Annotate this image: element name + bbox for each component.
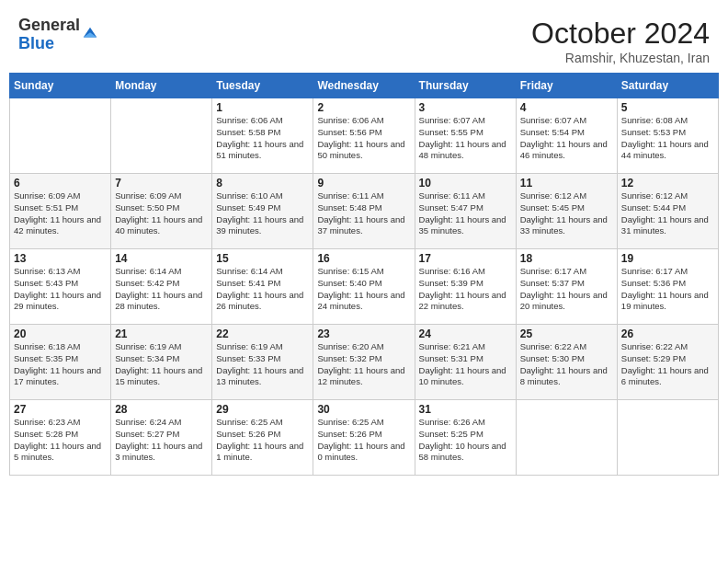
day-number: 26 — [621, 327, 714, 340]
day-number: 29 — [216, 403, 309, 416]
calendar-cell: 20Sunrise: 6:18 AM Sunset: 5:35 PM Dayli… — [10, 325, 111, 400]
calendar-cell — [10, 98, 111, 174]
day-info: Sunrise: 6:19 AM Sunset: 5:34 PM Dayligh… — [115, 341, 208, 388]
day-number: 10 — [419, 177, 512, 190]
day-number: 27 — [14, 403, 107, 416]
month-title: October 2024 — [531, 17, 710, 51]
day-info: Sunrise: 6:11 AM Sunset: 5:48 PM Dayligh… — [317, 190, 410, 237]
calendar-cell: 6Sunrise: 6:09 AM Sunset: 5:51 PM Daylig… — [10, 174, 111, 249]
day-number: 14 — [115, 252, 208, 265]
day-number: 17 — [419, 252, 512, 265]
day-info: Sunrise: 6:09 AM Sunset: 5:50 PM Dayligh… — [115, 190, 208, 237]
day-info: Sunrise: 6:19 AM Sunset: 5:33 PM Dayligh… — [216, 341, 309, 388]
calendar-cell: 22Sunrise: 6:19 AM Sunset: 5:33 PM Dayli… — [212, 325, 313, 400]
calendar-cell: 10Sunrise: 6:11 AM Sunset: 5:47 PM Dayli… — [415, 174, 516, 249]
logo-blue-text: Blue — [18, 35, 80, 53]
day-number: 6 — [14, 177, 107, 190]
calendar-cell: 11Sunrise: 6:12 AM Sunset: 5:45 PM Dayli… — [516, 174, 617, 249]
calendar-cell: 3Sunrise: 6:07 AM Sunset: 5:55 PM Daylig… — [415, 98, 516, 174]
calendar-week-5: 27Sunrise: 6:23 AM Sunset: 5:28 PM Dayli… — [10, 400, 719, 476]
logo-icon — [82, 26, 98, 42]
day-info: Sunrise: 6:07 AM Sunset: 5:55 PM Dayligh… — [419, 115, 512, 162]
title-block: October 2024 Ramshir, Khuzestan, Iran — [531, 17, 710, 65]
weekday-header-monday: Monday — [111, 74, 212, 98]
day-info: Sunrise: 6:06 AM Sunset: 5:58 PM Dayligh… — [216, 115, 309, 162]
day-number: 3 — [419, 101, 512, 114]
day-number: 2 — [317, 101, 410, 114]
calendar-cell — [111, 98, 212, 174]
day-info: Sunrise: 6:26 AM Sunset: 5:25 PM Dayligh… — [419, 417, 512, 464]
calendar-cell: 12Sunrise: 6:12 AM Sunset: 5:44 PM Dayli… — [617, 174, 718, 249]
calendar-week-2: 6Sunrise: 6:09 AM Sunset: 5:51 PM Daylig… — [10, 174, 719, 249]
day-info: Sunrise: 6:10 AM Sunset: 5:49 PM Dayligh… — [216, 190, 309, 237]
day-number: 15 — [216, 252, 309, 265]
day-info: Sunrise: 6:14 AM Sunset: 5:41 PM Dayligh… — [216, 266, 309, 313]
weekday-header-sunday: Sunday — [10, 74, 111, 98]
calendar-cell: 18Sunrise: 6:17 AM Sunset: 5:37 PM Dayli… — [516, 249, 617, 325]
calendar-cell: 27Sunrise: 6:23 AM Sunset: 5:28 PM Dayli… — [10, 400, 111, 476]
calendar-cell — [617, 400, 718, 476]
calendar-cell: 26Sunrise: 6:22 AM Sunset: 5:29 PM Dayli… — [617, 325, 718, 400]
calendar-cell: 17Sunrise: 6:16 AM Sunset: 5:39 PM Dayli… — [415, 249, 516, 325]
day-number: 28 — [115, 403, 208, 416]
day-info: Sunrise: 6:25 AM Sunset: 5:26 PM Dayligh… — [216, 417, 309, 464]
day-info: Sunrise: 6:12 AM Sunset: 5:45 PM Dayligh… — [520, 190, 613, 237]
logo: General Blue — [18, 17, 98, 53]
day-info: Sunrise: 6:06 AM Sunset: 5:56 PM Dayligh… — [317, 115, 410, 162]
calendar-week-1: 1Sunrise: 6:06 AM Sunset: 5:58 PM Daylig… — [10, 98, 719, 174]
day-number: 19 — [621, 252, 714, 265]
day-number: 8 — [216, 177, 309, 190]
day-number: 20 — [14, 327, 107, 340]
calendar-week-4: 20Sunrise: 6:18 AM Sunset: 5:35 PM Dayli… — [10, 325, 719, 400]
day-number: 25 — [520, 327, 613, 340]
day-info: Sunrise: 6:17 AM Sunset: 5:37 PM Dayligh… — [520, 266, 613, 313]
day-number: 22 — [216, 327, 309, 340]
calendar-cell: 23Sunrise: 6:20 AM Sunset: 5:32 PM Dayli… — [313, 325, 415, 400]
calendar-cell — [516, 400, 617, 476]
day-info: Sunrise: 6:14 AM Sunset: 5:42 PM Dayligh… — [115, 266, 208, 313]
calendar-cell: 2Sunrise: 6:06 AM Sunset: 5:56 PM Daylig… — [313, 98, 415, 174]
calendar-cell: 15Sunrise: 6:14 AM Sunset: 5:41 PM Dayli… — [212, 249, 313, 325]
calendar-cell: 14Sunrise: 6:14 AM Sunset: 5:42 PM Dayli… — [111, 249, 212, 325]
calendar-cell: 21Sunrise: 6:19 AM Sunset: 5:34 PM Dayli… — [111, 325, 212, 400]
day-number: 12 — [621, 177, 714, 190]
calendar-cell: 5Sunrise: 6:08 AM Sunset: 5:53 PM Daylig… — [617, 98, 718, 174]
calendar-table: SundayMondayTuesdayWednesdayThursdayFrid… — [9, 73, 719, 476]
weekday-header-row: SundayMondayTuesdayWednesdayThursdayFrid… — [10, 74, 719, 98]
calendar-cell: 1Sunrise: 6:06 AM Sunset: 5:58 PM Daylig… — [212, 98, 313, 174]
logo-general-text: General — [18, 17, 80, 35]
day-number: 18 — [520, 252, 613, 265]
day-info: Sunrise: 6:09 AM Sunset: 5:51 PM Dayligh… — [14, 190, 107, 237]
day-info: Sunrise: 6:16 AM Sunset: 5:39 PM Dayligh… — [419, 266, 512, 313]
weekday-header-friday: Friday — [516, 74, 617, 98]
weekday-header-tuesday: Tuesday — [212, 74, 313, 98]
day-number: 16 — [317, 252, 410, 265]
day-number: 23 — [317, 327, 410, 340]
day-info: Sunrise: 6:21 AM Sunset: 5:31 PM Dayligh… — [419, 341, 512, 388]
day-number: 21 — [115, 327, 208, 340]
day-number: 1 — [216, 101, 309, 114]
day-info: Sunrise: 6:18 AM Sunset: 5:35 PM Dayligh… — [14, 341, 107, 388]
calendar-cell: 8Sunrise: 6:10 AM Sunset: 5:49 PM Daylig… — [212, 174, 313, 249]
day-info: Sunrise: 6:24 AM Sunset: 5:27 PM Dayligh… — [115, 417, 208, 464]
calendar-week-3: 13Sunrise: 6:13 AM Sunset: 5:43 PM Dayli… — [10, 249, 719, 325]
day-number: 5 — [621, 101, 714, 114]
day-info: Sunrise: 6:11 AM Sunset: 5:47 PM Dayligh… — [419, 190, 512, 237]
day-number: 4 — [520, 101, 613, 114]
weekday-header-wednesday: Wednesday — [313, 74, 415, 98]
weekday-header-thursday: Thursday — [415, 74, 516, 98]
calendar-cell: 13Sunrise: 6:13 AM Sunset: 5:43 PM Dayli… — [10, 249, 111, 325]
calendar-cell: 31Sunrise: 6:26 AM Sunset: 5:25 PM Dayli… — [415, 400, 516, 476]
day-info: Sunrise: 6:07 AM Sunset: 5:54 PM Dayligh… — [520, 115, 613, 162]
day-number: 9 — [317, 177, 410, 190]
day-number: 31 — [419, 403, 512, 416]
calendar-cell: 28Sunrise: 6:24 AM Sunset: 5:27 PM Dayli… — [111, 400, 212, 476]
day-info: Sunrise: 6:22 AM Sunset: 5:29 PM Dayligh… — [621, 341, 714, 388]
location-subtitle: Ramshir, Khuzestan, Iran — [531, 51, 710, 65]
day-number: 24 — [419, 327, 512, 340]
calendar-cell: 24Sunrise: 6:21 AM Sunset: 5:31 PM Dayli… — [415, 325, 516, 400]
calendar-cell: 29Sunrise: 6:25 AM Sunset: 5:26 PM Dayli… — [212, 400, 313, 476]
day-info: Sunrise: 6:15 AM Sunset: 5:40 PM Dayligh… — [317, 266, 410, 313]
day-info: Sunrise: 6:08 AM Sunset: 5:53 PM Dayligh… — [621, 115, 714, 162]
day-info: Sunrise: 6:13 AM Sunset: 5:43 PM Dayligh… — [14, 266, 107, 313]
